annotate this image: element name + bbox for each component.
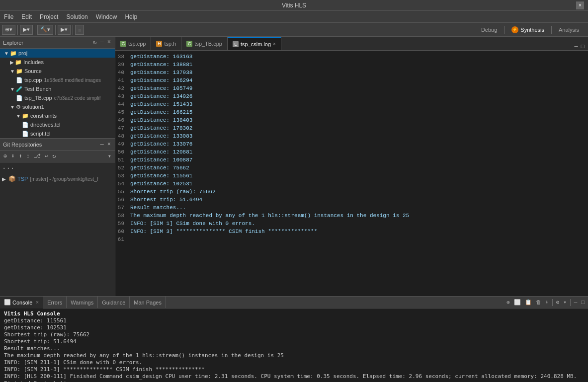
line-content: getDistance: 120881: [130, 149, 192, 155]
tab-icon-tsp-csim-log: L: [233, 41, 239, 47]
console-max-icon[interactable]: □: [580, 300, 586, 306]
window-close-button[interactable]: ×: [576, 1, 584, 9]
build-button[interactable]: 🔨▾: [37, 25, 53, 35]
git-branch-icon[interactable]: ⎇: [32, 153, 42, 160]
menu-solution[interactable]: Solution: [62, 11, 91, 22]
console-tab-console[interactable]: ⬜ Console ×: [0, 297, 43, 308]
console-tab-errors[interactable]: Errors: [43, 297, 67, 308]
tree-label-script: script.tcl: [30, 131, 50, 137]
debug-run-button[interactable]: ▶▾: [58, 25, 71, 35]
git-min-icon[interactable]: —: [99, 141, 105, 148]
tree-meta-tsp-tb: c7b3ae2 code simplif: [54, 95, 101, 101]
editor-line: 49getDistance: 133076: [115, 140, 588, 148]
git-repo-item[interactable]: ▶ 📦 TSP [master] - /group/swmktg/test_f: [0, 174, 115, 183]
editor-line: 61: [115, 235, 588, 243]
console-close-icon[interactable]: ×: [36, 300, 39, 305]
console-tab-warnings[interactable]: Warnings: [67, 297, 98, 308]
tree-item-includes[interactable]: ▶ 📁 Includes: [0, 58, 115, 67]
line-content: getDistance: 133083: [130, 133, 192, 139]
extra-button[interactable]: ≡: [75, 25, 84, 35]
tree-arrow-constraints: ▼: [16, 113, 21, 119]
tree-icon-constraints: 📁: [22, 113, 29, 119]
menu-file[interactable]: File: [0, 11, 17, 22]
editor-line: 55Shortest trip (raw): 75662: [115, 188, 588, 196]
editor-line: 48getDistance: 133083: [115, 132, 588, 140]
line-number: 41: [115, 77, 130, 83]
tab-min-icon[interactable]: —: [573, 43, 580, 50]
analysis-view-button[interactable]: Analysis: [556, 26, 582, 34]
git-checkout-icon[interactable]: ↩: [43, 153, 50, 160]
console-sep2: [570, 299, 571, 306]
menu-window[interactable]: Window: [92, 11, 121, 22]
tab-tsp-h[interactable]: H tsp.h: [151, 37, 181, 50]
console-icon3[interactable]: 📋: [523, 299, 533, 306]
console-line: Result matches...: [4, 345, 584, 352]
line-content: getDistance: 102531: [130, 181, 192, 187]
tree-icon-solution1: ⚙: [16, 104, 21, 110]
editor-line: 46getDistance: 138403: [115, 116, 588, 124]
menu-edit[interactable]: Edit: [17, 11, 36, 22]
git-refresh-icon[interactable]: ↻: [51, 153, 57, 160]
tree-item-tsp-tb[interactable]: 📄 tsp_TB.cpp c7b3ae2 code simplif: [0, 93, 115, 102]
editor-scroll[interactable]: 38getDistance: 16316339getDistance: 1388…: [115, 53, 588, 294]
tree-item-source[interactable]: ▼ 📁 Source: [0, 67, 115, 76]
line-content: getDistance: 137938: [130, 70, 192, 76]
explorer-title: Explorer: [3, 40, 92, 46]
tab-tsp-tb-cpp[interactable]: C tsp_TB.cpp: [181, 37, 228, 50]
git-dots-menu[interactable]: ···: [0, 162, 115, 174]
console-icon2[interactable]: ⬜: [512, 299, 522, 306]
tree-item-testbench[interactable]: ▼ 🧪 Test Bench: [0, 84, 115, 93]
tree-label-directives: directives.tcl: [30, 122, 61, 128]
menu-project[interactable]: Project: [36, 11, 62, 22]
git-dots-icon: ···: [2, 164, 14, 172]
console-arrow-icon[interactable]: ▾: [562, 299, 568, 306]
line-content: getDistance: 133076: [130, 141, 192, 147]
tree-item-solution1[interactable]: ▼ ⚙ solution1: [0, 102, 115, 111]
explorer-min-icon[interactable]: —: [99, 39, 105, 46]
console-tab-manpages[interactable]: Man Pages: [130, 297, 166, 308]
line-content: Shortest trip: 51.6494: [130, 197, 202, 203]
tree-item-tsp-cpp[interactable]: 📄 tsp.cpp 1e58ed8 modified images: [0, 76, 115, 84]
line-number: 50: [115, 149, 130, 155]
toolbar-separator-2: [35, 25, 35, 35]
tree-item-constraints[interactable]: ▼ 📁 constraints: [0, 111, 115, 120]
git-fetch-icon[interactable]: ⬇: [9, 153, 16, 160]
explorer-refresh-icon[interactable]: ↻: [92, 39, 97, 46]
new-button[interactable]: ⊕▾: [2, 25, 15, 35]
editor-content[interactable]: 38getDistance: 16316339getDistance: 1388…: [115, 51, 588, 296]
tab-icon-tsp-h: H: [156, 41, 162, 47]
console-tab-guidance[interactable]: Guidance: [98, 297, 130, 308]
tab-tsp-csim-log[interactable]: L tsp_csim.log ×: [228, 37, 281, 50]
git-repo-icon: 📦: [7, 175, 17, 182]
line-number: 38: [115, 54, 130, 60]
git-push-icon[interactable]: ⬆: [17, 153, 23, 160]
explorer-close-icon[interactable]: ×: [106, 39, 112, 46]
debug-view-button[interactable]: Debug: [478, 26, 500, 34]
tree-item-proj[interactable]: ▼ 📁 proj: [0, 49, 115, 58]
editor-line: 52getDistance: 75662: [115, 164, 588, 172]
console-icon4[interactable]: 🗑: [534, 299, 543, 306]
git-pull-icon[interactable]: ↕: [25, 153, 31, 160]
tab-close-csim[interactable]: ×: [273, 41, 276, 47]
console-tabs: ⬜ Console × Errors Warnings Guidance Man…: [0, 297, 588, 308]
console-scroll-icon[interactable]: ⬇: [544, 299, 550, 306]
git-more-icon[interactable]: ▾: [106, 153, 113, 160]
tree-arrow-source: ▼: [10, 69, 15, 74]
menu-help[interactable]: Help: [121, 11, 141, 22]
synthesis-view-button[interactable]: ⚡ Synthesis: [508, 25, 547, 34]
explorer-header: Explorer ↻ — ×: [0, 37, 115, 49]
tab-tsp-cpp[interactable]: C tsp.cpp: [115, 37, 151, 50]
tree-item-directives[interactable]: 📄 directives.tcl: [0, 120, 115, 129]
console-settings-icon[interactable]: ⚙: [555, 299, 561, 306]
line-content: getDistance: 115561: [130, 173, 192, 179]
console-new-icon[interactable]: ⊕: [505, 299, 511, 306]
run-button[interactable]: ▶▾: [20, 25, 33, 35]
line-number: 54: [115, 181, 130, 187]
tab-max-icon[interactable]: □: [580, 43, 586, 50]
tree-meta-tsp-cpp: 1e58ed8 modified images: [44, 77, 101, 83]
console-min-icon[interactable]: —: [573, 300, 579, 306]
git-add-icon[interactable]: ⊕: [2, 153, 8, 160]
console-content[interactable]: Vitis HLS ConsolegetDistance: 115561getD…: [0, 308, 588, 382]
tree-item-script[interactable]: 📄 script.tcl: [0, 129, 115, 138]
git-close-icon[interactable]: ×: [106, 141, 112, 148]
